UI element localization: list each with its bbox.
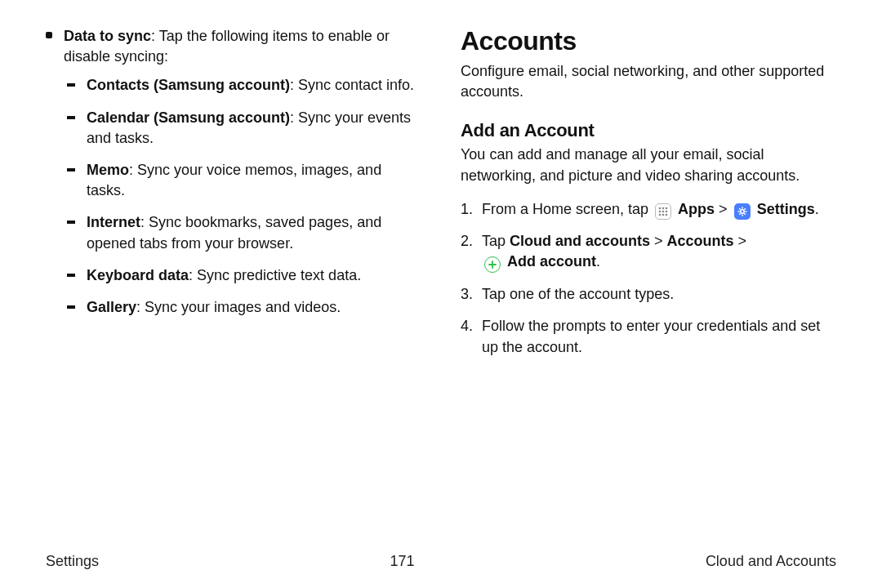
dash-bullet-icon bbox=[67, 168, 75, 172]
list-item: 2. Tap Cloud and accounts > Accounts > A… bbox=[461, 231, 836, 273]
dash-bullet-icon bbox=[67, 116, 75, 119]
list-item: Contacts (Samsung account): Sync contact… bbox=[67, 75, 421, 96]
svg-point-2 bbox=[666, 207, 668, 209]
body-text: Keyboard data: Sync predictive text data… bbox=[87, 265, 361, 286]
footer-right: Cloud and Accounts bbox=[706, 553, 836, 570]
dash-bullet-icon bbox=[67, 83, 75, 87]
numbered-list: 1. From a Home screen, tap Apps > Settin… bbox=[461, 199, 836, 358]
svg-point-8 bbox=[666, 213, 668, 216]
list-item: Calendar (Samsung account): Sync your ev… bbox=[67, 108, 421, 149]
svg-point-0 bbox=[659, 207, 662, 209]
svg-point-9 bbox=[740, 210, 743, 213]
label-bold: Data to sync bbox=[64, 28, 151, 44]
body-text: You can add and manage all your email, s… bbox=[461, 145, 836, 185]
dash-bullet-icon bbox=[67, 274, 75, 277]
list-item: Internet: Sync bookmarks, saved pages, a… bbox=[67, 212, 421, 253]
step-number: 2. bbox=[461, 231, 482, 252]
body-text: Contacts (Samsung account): Sync contact… bbox=[87, 75, 414, 96]
svg-point-1 bbox=[662, 207, 665, 209]
footer-page-number: 171 bbox=[390, 553, 414, 570]
add-icon bbox=[484, 256, 501, 273]
body-text: Data to sync: Tap the following items to… bbox=[64, 26, 421, 67]
step-number: 1. bbox=[461, 199, 482, 220]
list-item: 1. From a Home screen, tap Apps > Settin… bbox=[461, 199, 836, 220]
right-column: Accounts Configure email, social network… bbox=[461, 26, 836, 369]
left-column: Data to sync: Tap the following items to… bbox=[46, 26, 421, 369]
svg-point-3 bbox=[659, 210, 662, 212]
square-bullet-icon bbox=[46, 32, 52, 38]
columns: Data to sync: Tap the following items to… bbox=[46, 26, 836, 369]
body-text: Internet: Sync bookmarks, saved pages, a… bbox=[87, 212, 421, 253]
step-number: 4. bbox=[461, 316, 482, 336]
dash-bullet-icon bbox=[67, 220, 75, 224]
heading-add-account: Add an Account bbox=[461, 120, 836, 141]
step-text: Follow the prompts to enter your credent… bbox=[482, 316, 836, 357]
svg-point-5 bbox=[666, 210, 668, 212]
settings-icon bbox=[734, 203, 751, 220]
list-item: Gallery: Sync your images and videos. bbox=[67, 297, 421, 318]
body-text: Memo: Sync your voice memos, images, and… bbox=[87, 160, 421, 201]
step-text: Tap Cloud and accounts > Accounts > Add … bbox=[482, 231, 746, 273]
footer-left: Settings bbox=[46, 553, 99, 570]
list-item: 4. Follow the prompts to enter your cred… bbox=[461, 316, 836, 357]
dash-bullet-icon bbox=[67, 305, 75, 309]
step-number: 3. bbox=[461, 284, 482, 305]
list-item: Memo: Sync your voice memos, images, and… bbox=[67, 160, 421, 201]
page-footer: Settings 171 Cloud and Accounts bbox=[46, 553, 836, 570]
manual-page: Data to sync: Tap the following items to… bbox=[0, 0, 882, 588]
step-text: Tap one of the account types. bbox=[482, 284, 674, 305]
sub-list: Contacts (Samsung account): Sync contact… bbox=[67, 75, 421, 318]
svg-point-7 bbox=[662, 213, 665, 216]
step-text: From a Home screen, tap Apps > Settings. bbox=[482, 199, 819, 220]
svg-point-6 bbox=[659, 213, 662, 216]
list-item: 3. Tap one of the account types. bbox=[461, 284, 836, 305]
body-text: Calendar (Samsung account): Sync your ev… bbox=[87, 108, 421, 149]
list-item: Keyboard data: Sync predictive text data… bbox=[67, 265, 421, 286]
heading-accounts: Accounts bbox=[461, 26, 836, 56]
body-text: Configure email, social networking, and … bbox=[461, 61, 836, 102]
svg-point-4 bbox=[662, 210, 665, 212]
list-item: Data to sync: Tap the following items to… bbox=[46, 26, 421, 67]
apps-icon bbox=[655, 203, 671, 220]
body-text: Gallery: Sync your images and videos. bbox=[87, 297, 341, 318]
